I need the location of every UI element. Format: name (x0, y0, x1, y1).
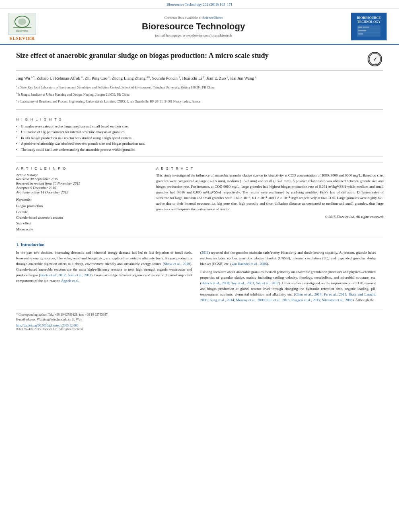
page-wrapper: Bioresource Technology 202 (2016) 165–17… (0, 0, 399, 335)
keyword-item: Micro scale (16, 226, 148, 232)
svg-rect-11 (358, 33, 363, 35)
baeta-ref[interactable]: Baeta et al., 2012; Soto et al., 2011 (40, 273, 91, 277)
header-right-logo: BIORESOURCE TECHNOLOGY (351, 12, 391, 41)
svg-text:ELSEVIER: ELSEVIER (16, 30, 27, 32)
keyword-item: Granule (16, 209, 148, 215)
highlights-label: H I G H L I G H T S (16, 117, 383, 121)
keyword-item: Biogas production (16, 203, 148, 209)
intro-left: In the past two decades, increasing dome… (16, 250, 192, 305)
email-note: E-mail address: Wu_jing@tsinghua.edu.cn … (16, 317, 383, 322)
elsevier-image: ELSEVIER (8, 13, 36, 35)
through-text: through (16, 262, 27, 266)
copyright-line: © 2015 Elsevier Ltd. All rights reserved… (156, 215, 383, 219)
svg-rect-8 (358, 27, 362, 28)
keyword-item: Granule-based anaerobic reactor (16, 215, 148, 220)
highlights-list: Granules were categorized as large, medi… (16, 124, 383, 153)
van-haandel-ref[interactable]: van Haandel et al., 2006 (232, 262, 267, 266)
received-date: Received 30 September 2015 (16, 177, 148, 181)
article-info-label: A R T I C L E I N F O (16, 166, 148, 170)
footer-notes: * Corresponding author. Tel.: +86 10 627… (16, 312, 383, 322)
contents-available: Contents lists available at ScienceDirec… (44, 16, 343, 20)
svg-rect-10 (358, 30, 366, 31)
svg-text:CrossMark: CrossMark (370, 63, 380, 65)
svg-text:✓: ✓ (373, 56, 377, 62)
intro-two-col: In the past two decades, increasing dome… (16, 250, 383, 305)
affil-line-b: b b Jiangsu Institute of Urban Planning … (16, 91, 383, 97)
highlight-item: Granules were categorized as large, medi… (16, 124, 383, 129)
authors-line: Jing Wu a,*, Zohaib Ur Rehman Afridi a, … (16, 75, 383, 82)
article-content: Size effect of anaerobic granular sludge… (0, 45, 399, 335)
chen-ref[interactable]: Chen et al., 2014; Fu et al., 2015; Iliu… (200, 292, 376, 302)
corresponding-note: * Corresponding author. Tel.: +86 10 627… (16, 312, 383, 317)
footer-doi[interactable]: http://dx.doi.org/10.1016/j.biortech.201… (16, 324, 383, 327)
svg-rect-9 (363, 27, 369, 28)
svg-point-2 (18, 18, 26, 25)
accepted-date: Accepted 9 December 2015 (16, 186, 148, 190)
introduction-heading: 1. Introduction (16, 242, 383, 247)
baloch-ref[interactable]: Baloch et al., 2008; Tay et al., 2003; W… (202, 281, 279, 285)
keywords-section: Keywords: Biogas production Granule Gran… (16, 197, 148, 232)
badge-title-line2: TECHNOLOGY (357, 20, 380, 24)
history-label: Article history: (16, 173, 148, 177)
abstract-section: A B S T R A C T This study investigated … (156, 166, 383, 232)
highlight-item: A positive relationship was obtained bet… (16, 141, 383, 147)
highlight-item: In situ biogas production in a reactor w… (16, 136, 383, 141)
top-bar: Bioresource Technology 202 (2016) 165–17… (0, 0, 399, 8)
affil-line-a: a a State Key Joint Laboratory of Enviro… (16, 84, 383, 90)
footer-issn: 0960-8524/© 2015 Elsevier Ltd. All right… (16, 327, 383, 331)
affiliations: a a State Key Joint Laboratory of Enviro… (16, 84, 383, 109)
article-history: Article history: Received 30 September 2… (16, 173, 148, 194)
through-text-2: through (271, 287, 283, 291)
available-date: Available online 14 December 2015 (16, 190, 148, 194)
elsevier-logo: ELSEVIER ELSEVIER (8, 13, 36, 41)
show-ref[interactable]: Show et al., 2010 (164, 262, 190, 266)
intro-right-text: (2011) reported that the granules mainta… (200, 250, 376, 303)
elsevier-brand-text: ELSEVIER (9, 36, 35, 41)
footer-section: * Corresponding author. Tel.: +86 10 627… (16, 310, 383, 331)
journal-title: Bioresource Technology (44, 21, 343, 32)
appels-ref[interactable]: Appels et al. (61, 279, 79, 283)
intro-right: (2011) reported that the granules mainta… (200, 250, 376, 305)
article-title: Size effect of anaerobic granular sludge… (16, 51, 367, 60)
journal-citation: Bioresource Technology 202 (2016) 165–17… (167, 2, 232, 6)
crossmark-icon: ✓ CrossMark (368, 52, 382, 66)
abstract-text: This study investigated the influence of… (156, 173, 383, 212)
article-title-section: Size effect of anaerobic granular sludge… (16, 51, 383, 71)
journal-header: ELSEVIER ELSEVIER Contents lists availab… (0, 8, 399, 45)
revised-date: Received in revised form 30 November 201… (16, 181, 148, 185)
highlight-item: The study could facilitate understanding… (16, 147, 383, 153)
introduction-section: 1. Introduction In the past two decades,… (16, 238, 383, 305)
journal-homepage: journal homepage: www.elsevier.com/locat… (44, 33, 343, 37)
keyword-item: Size effect (16, 220, 148, 226)
abstract-label: A B S T R A C T (156, 166, 383, 170)
highlights-box: H I G H L I G H T S Granules were catego… (16, 114, 383, 157)
appels-year-ref[interactable]: 2011 (202, 251, 209, 255)
crossmark-badge: ✓ CrossMark (367, 51, 383, 67)
highlight-item: Utilization of Hg-porosimeter for intern… (16, 129, 383, 135)
intro-left-text: In the past two decades, increasing dome… (16, 250, 192, 284)
article-info-section: A R T I C L E I N F O Article history: R… (16, 162, 383, 232)
keywords-label: Keywords: (16, 197, 148, 201)
sciencedirect-link[interactable]: ScienceDirect (202, 16, 222, 20)
header-center: Contents lists available at ScienceDirec… (36, 16, 351, 37)
badge-title-line1: BIORESOURCE (357, 16, 380, 20)
article-info: A R T I C L E I N F O Article history: R… (16, 166, 148, 232)
affil-line-c: c c Laboratory of Reactions and Process … (16, 98, 383, 104)
bioresource-badge: BIORESOURCE TECHNOLOGY (351, 12, 387, 41)
